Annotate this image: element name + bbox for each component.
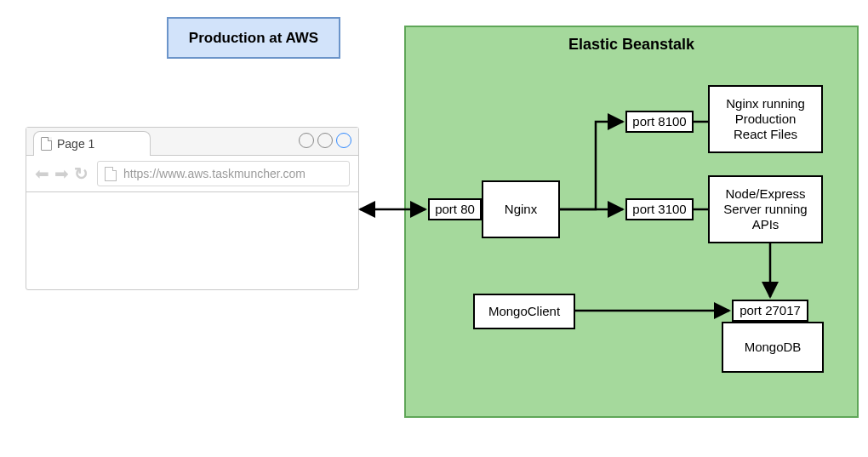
browser-window: Page 1 ⬅ ➡ ↻ https://www.aws.taskmuncher…	[26, 127, 359, 290]
window-dot[interactable]	[336, 133, 351, 148]
diagram-title-text: Production at AWS	[189, 30, 318, 47]
beanstalk-title: Elastic Beanstalk	[406, 36, 857, 54]
port-27017-box: port 27017	[732, 300, 808, 322]
window-controls	[299, 133, 351, 148]
browser-toolbar: ⬅ ➡ ↻ https://www.aws.taskmuncher.com	[26, 156, 358, 192]
url-page-icon	[105, 167, 117, 181]
react-box: Nginx running Production React Files	[708, 85, 823, 153]
browser-tab-strip: Page 1	[26, 128, 358, 156]
nginx-box: Nginx	[482, 180, 560, 238]
forward-icon[interactable]: ➡	[54, 163, 69, 184]
port-80-box: port 80	[428, 198, 482, 220]
mongodb-box: MongoDB	[722, 322, 824, 373]
window-dot[interactable]	[317, 133, 333, 148]
reload-icon[interactable]: ↻	[74, 163, 89, 184]
url-text: https://www.aws.taskmuncher.com	[123, 167, 306, 180]
diagram-title: Production at AWS	[167, 17, 340, 59]
browser-tab[interactable]: Page 1	[33, 131, 151, 156]
port-3100-box: port 3100	[625, 198, 694, 220]
back-icon[interactable]: ⬅	[35, 163, 49, 184]
diagram-canvas: Production at AWS Elastic Beanstalk port…	[0, 0, 868, 457]
mongoclient-box: MongoClient	[473, 294, 575, 329]
port-8100-box: port 8100	[625, 111, 694, 133]
node-box: Node/Express Server running APIs	[708, 175, 823, 243]
url-bar[interactable]: https://www.aws.taskmuncher.com	[97, 161, 350, 186]
tab-label: Page 1	[57, 137, 94, 151]
page-icon	[41, 137, 52, 151]
window-dot[interactable]	[299, 133, 314, 148]
